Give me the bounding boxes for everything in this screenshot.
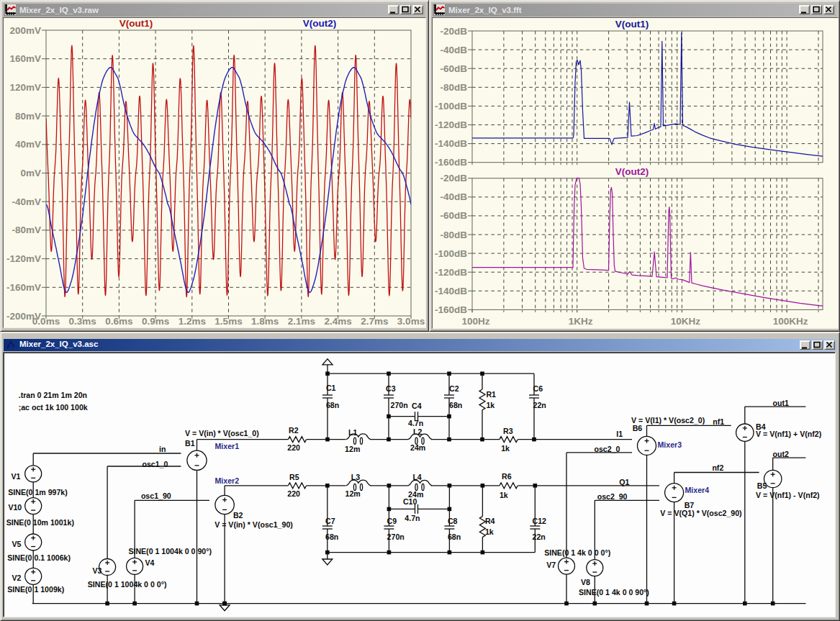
svg-text:1KHz: 1KHz xyxy=(569,316,593,327)
svg-text:R4: R4 xyxy=(485,517,495,525)
svg-text:V2: V2 xyxy=(12,574,21,582)
svg-text:-100dB: -100dB xyxy=(435,101,467,112)
svg-text:-160dB: -160dB xyxy=(435,304,467,315)
svg-text:L1: L1 xyxy=(348,428,357,437)
svg-text:C6: C6 xyxy=(533,384,543,393)
svg-text:0.6ms: 0.6ms xyxy=(105,316,132,327)
svg-text:B2: B2 xyxy=(233,511,243,520)
svg-text:C4: C4 xyxy=(412,402,422,410)
svg-text:osc2_90: osc2_90 xyxy=(597,492,628,501)
svg-text:SINE(0 10m 1001k): SINE(0 10m 1001k) xyxy=(6,518,74,527)
svg-text:Mixer4: Mixer4 xyxy=(685,486,710,494)
svg-text:C2: C2 xyxy=(449,384,459,393)
svg-text:B6: B6 xyxy=(633,424,643,432)
svg-text:C9: C9 xyxy=(387,517,397,525)
svg-text:-140dB: -140dB xyxy=(435,286,467,296)
svg-text:-40mV: -40mV xyxy=(12,196,41,207)
svg-text:osc1_0: osc1_0 xyxy=(143,460,168,468)
svg-text:-40dB: -40dB xyxy=(440,45,467,55)
svg-text:80mV: 80mV xyxy=(15,111,41,122)
svg-text:C12: C12 xyxy=(533,517,547,525)
svg-text:V(out1): V(out1) xyxy=(119,18,153,29)
svg-text:V(out1): V(out1) xyxy=(615,19,649,30)
svg-text:out1: out1 xyxy=(773,399,789,407)
svg-text:100Hz: 100Hz xyxy=(461,316,489,327)
svg-text:2.4ms: 2.4ms xyxy=(324,316,351,327)
svg-text:in: in xyxy=(159,445,166,453)
svg-text:2.1ms: 2.1ms xyxy=(288,316,315,327)
svg-text:V10: V10 xyxy=(8,503,22,512)
svg-text:SINE(0 1 1004k 0 0 90°): SINE(0 1 1004k 0 0 90°) xyxy=(128,547,212,556)
svg-text:0.0ms: 0.0ms xyxy=(32,316,60,327)
svg-text:B1: B1 xyxy=(185,439,195,448)
svg-text:C7: C7 xyxy=(325,517,335,525)
svg-text:-140dB: -140dB xyxy=(435,138,467,149)
svg-text:12m: 12m xyxy=(346,489,361,498)
svg-text:R3: R3 xyxy=(503,427,513,435)
svg-text:Mixer3: Mixer3 xyxy=(658,440,682,449)
svg-text:SINE(0 1m 997k): SINE(0 1m 997k) xyxy=(8,488,67,497)
svg-text:-60dB: -60dB xyxy=(440,63,467,74)
svg-text:;ac oct 1k 100 100k: ;ac oct 1k 100 100k xyxy=(19,403,88,412)
svg-text:V3: V3 xyxy=(93,566,102,575)
svg-text:SINE(0 1 4k 0 0 90°): SINE(0 1 4k 0 0 90°) xyxy=(579,588,649,597)
svg-text:24m: 24m xyxy=(410,443,425,452)
svg-text:-40dB: -40dB xyxy=(440,191,467,202)
svg-text:V1: V1 xyxy=(11,472,20,481)
svg-text:100KHz: 100KHz xyxy=(773,316,808,327)
svg-text:12m: 12m xyxy=(345,445,360,453)
svg-text:Q1: Q1 xyxy=(619,478,629,486)
svg-text:V(out2): V(out2) xyxy=(615,166,649,177)
svg-text:SINE(0 1 1004k 0 0 0°): SINE(0 1 1004k 0 0 0°) xyxy=(88,580,167,589)
svg-text:1.2ms: 1.2ms xyxy=(179,316,206,327)
svg-text:2.7ms: 2.7ms xyxy=(361,316,388,327)
svg-text:C10: C10 xyxy=(403,497,417,506)
svg-text:SINE(0 1 4k 0 0 0°): SINE(0 1 4k 0 0 0°) xyxy=(544,548,610,557)
svg-text:-20dB: -20dB xyxy=(440,26,467,37)
svg-text:270n: 270n xyxy=(391,401,408,409)
svg-text:-80mV: -80mV xyxy=(12,225,41,235)
svg-text:Mixer1: Mixer1 xyxy=(215,442,240,450)
svg-text:V4: V4 xyxy=(145,558,155,567)
svg-text:V = V(I1) * V(osc2_0): V = V(I1) * V(osc2_0) xyxy=(631,416,705,425)
svg-text:160mV: 160mV xyxy=(9,53,41,64)
svg-text:osc2_0: osc2_0 xyxy=(595,445,620,453)
svg-text:0.9ms: 0.9ms xyxy=(142,316,169,327)
svg-text:SINE(0 0.1 1006k): SINE(0 0.1 1006k) xyxy=(7,553,71,562)
svg-text:-160mV: -160mV xyxy=(6,282,41,293)
svg-text:.tran 0 21m 1m 20n: .tran 0 21m 1m 20n xyxy=(19,391,87,399)
svg-text:L4: L4 xyxy=(412,473,421,481)
svg-text:3.0ms: 3.0ms xyxy=(397,316,425,327)
svg-text:40mV: 40mV xyxy=(15,139,41,150)
svg-text:68n: 68n xyxy=(325,532,338,541)
svg-text:out2: out2 xyxy=(773,450,789,458)
svg-text:1k: 1k xyxy=(501,444,510,453)
svg-text:V = V(nf1) + V(nf2): V = V(nf1) + V(nf2) xyxy=(756,430,821,438)
svg-text:-120dB: -120dB xyxy=(435,267,467,278)
svg-text:V = V(in) * V(osc1_0): V = V(in) * V(osc1_0) xyxy=(185,429,259,438)
svg-text:10KHz: 10KHz xyxy=(671,316,701,327)
svg-text:270n: 270n xyxy=(387,532,405,541)
svg-text:-120dB: -120dB xyxy=(435,119,467,130)
svg-text:-120mV: -120mV xyxy=(6,253,41,264)
svg-text:1.5ms: 1.5ms xyxy=(214,316,242,327)
svg-text:220: 220 xyxy=(287,443,300,452)
svg-text:V = V(Q1) * V(osc2_90): V = V(Q1) * V(osc2_90) xyxy=(660,509,741,517)
svg-text:-60dB: -60dB xyxy=(440,210,467,221)
svg-text:22n: 22n xyxy=(533,401,546,409)
svg-text:1k: 1k xyxy=(486,401,494,409)
svg-text:0mV: 0mV xyxy=(20,168,41,178)
svg-text:V5: V5 xyxy=(12,540,21,548)
svg-text:C3: C3 xyxy=(386,384,396,393)
svg-text:-100dB: -100dB xyxy=(435,248,467,259)
svg-text:Mixer2: Mixer2 xyxy=(215,476,240,485)
svg-text:-20dB: -20dB xyxy=(440,173,467,183)
svg-text:1k: 1k xyxy=(485,527,494,536)
svg-text:V = V(in) * V(osc1_90): V = V(in) * V(osc1_90) xyxy=(214,520,293,529)
svg-text:C8: C8 xyxy=(448,517,458,525)
svg-text:R2: R2 xyxy=(289,426,299,435)
svg-text:-80dB: -80dB xyxy=(440,230,467,240)
svg-text:V(out2): V(out2) xyxy=(303,18,337,29)
svg-text:68n: 68n xyxy=(449,401,462,409)
svg-text:4.7n: 4.7n xyxy=(405,514,420,522)
